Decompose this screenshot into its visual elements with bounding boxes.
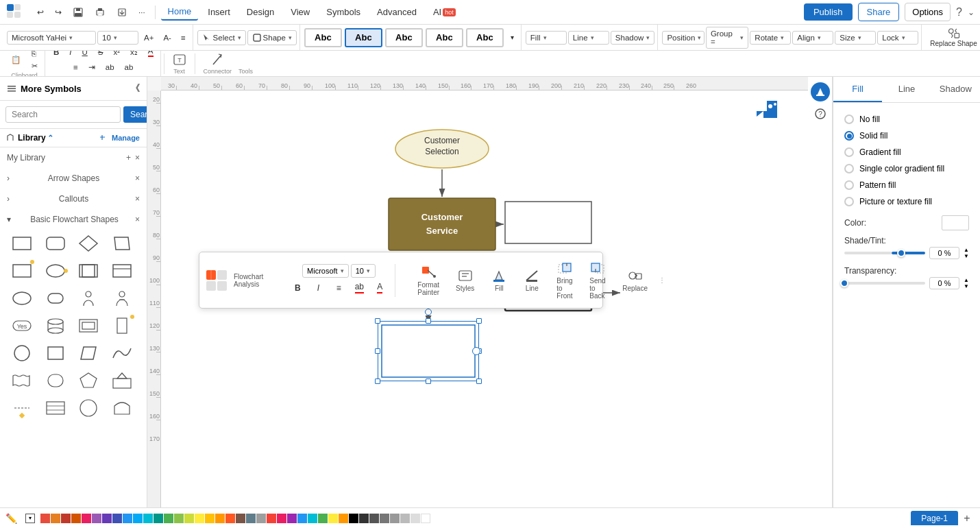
shade-up[interactable]: ▲: [964, 248, 969, 253]
color-swatch-light2[interactable]: [411, 514, 420, 523]
shape-circle2[interactable]: [8, 341, 36, 365]
shape-person[interactable]: [75, 286, 102, 311]
style-rounded[interactable]: Abc: [426, 28, 463, 47]
manage-btn[interactable]: [99, 134, 106, 143]
font-size-dropdown[interactable]: 10 ▾: [97, 31, 138, 45]
shape-triangle-rect[interactable]: [108, 368, 136, 393]
color-swatch-pink2[interactable]: [277, 514, 286, 523]
style-selected[interactable]: Abc: [345, 28, 382, 47]
no-fill-option[interactable]: No fill: [842, 111, 972, 128]
trans-down[interactable]: ▼: [964, 284, 969, 289]
subscript-btn[interactable]: x₂: [126, 51, 142, 59]
rotate-dropdown[interactable]: Rotate ▾: [750, 31, 791, 45]
basic-flowchart-header[interactable]: ▾ Basic Flowchart Shapes ×: [7, 212, 140, 227]
more-btn[interactable]: ···: [134, 6, 149, 19]
shape-rounded-rect[interactable]: [42, 231, 69, 256]
lock-dropdown[interactable]: Lock ▾: [877, 31, 918, 45]
shape-large-circle[interactable]: [75, 396, 102, 420]
shape-dot-connector[interactable]: [8, 396, 36, 420]
color-swatch-grey2[interactable]: [390, 514, 400, 523]
shape-cylinder[interactable]: [42, 313, 69, 338]
cut-btn[interactable]: ✂: [27, 60, 42, 71]
menu-insert[interactable]: Insert: [201, 4, 237, 20]
ft-color-btn[interactable]: A: [370, 279, 389, 297]
picture-fill-option[interactable]: Picture or texture fill: [842, 193, 972, 210]
text-color2-btn[interactable]: A: [144, 51, 158, 59]
shape-yes-btn[interactable]: Yes: [8, 313, 36, 338]
color-swatch-red2[interactable]: [267, 514, 276, 523]
tab-fill[interactable]: Fill: [833, 77, 882, 102]
ft-styles-btn[interactable]: Styles: [450, 265, 480, 295]
styles-more[interactable]: ▾: [506, 32, 518, 43]
shape-diamond[interactable]: [75, 231, 102, 256]
color-swatch-teal[interactable]: [154, 514, 163, 523]
strike-btn[interactable]: S: [94, 51, 108, 58]
ft-line-btn[interactable]: Line: [518, 265, 546, 295]
shape-dropdown[interactable]: Shape ▾: [247, 30, 297, 45]
color-swatch-indigo[interactable]: [112, 514, 122, 523]
font-color3-btn[interactable]: ab: [101, 61, 119, 73]
color-swatch-lime[interactable]: [184, 514, 194, 523]
clipboard-paste[interactable]: 📋: [7, 53, 25, 67]
shape-empty-rect[interactable]: [504, 200, 593, 245]
pattern-fill-radio[interactable]: [844, 180, 854, 190]
color-preview[interactable]: [942, 215, 969, 230]
font-size-up-btn[interactable]: A+: [140, 32, 158, 44]
redo-btn[interactable]: ↪: [51, 5, 66, 19]
color-swatch-white[interactable]: [421, 514, 430, 523]
group-dropdown[interactable]: Group = ▾: [706, 27, 748, 49]
underline-btn[interactable]: U: [78, 51, 92, 58]
remove-lib-btn[interactable]: ×: [135, 153, 140, 163]
gradient-fill-option[interactable]: Gradient fill: [842, 144, 972, 160]
color-swatch-darkred[interactable]: [61, 514, 71, 523]
color-swatch-light-blue[interactable]: [133, 514, 143, 523]
page-tab-1[interactable]: Page-1: [911, 511, 958, 525]
trans-thumb[interactable]: [840, 279, 848, 287]
rp-fill-nav-btn[interactable]: [811, 82, 830, 101]
ft-font-dropdown[interactable]: Microsoft ▾: [302, 264, 349, 278]
share-btn[interactable]: Share: [858, 3, 900, 21]
color-swatch-cyan2[interactable]: [308, 514, 317, 523]
align-dropdown[interactable]: Align ▾: [792, 31, 833, 45]
publish-btn[interactable]: Publish: [804, 3, 853, 21]
gradient-fill-radio[interactable]: [844, 147, 854, 157]
shape-rounded2[interactable]: [42, 286, 69, 311]
shape-rect[interactable]: [8, 231, 36, 256]
shape-customer-selection[interactable]: Customer Selection: [394, 128, 490, 169]
shape-double-rect[interactable]: [75, 259, 102, 283]
color-swatch-yellow2[interactable]: [328, 514, 338, 523]
superscript-btn[interactable]: x²: [110, 51, 125, 58]
shape-parallelogram[interactable]: [108, 231, 136, 256]
shadow-dropdown[interactable]: Shadow ▾: [611, 31, 655, 45]
color-swatch-cyan[interactable]: [143, 514, 153, 523]
remove-callouts-btn[interactable]: ×: [135, 194, 140, 204]
color-swatch-pink[interactable]: [82, 514, 91, 523]
font-size-down-btn[interactable]: A-: [159, 32, 175, 44]
shape-slanted-rect[interactable]: [75, 341, 102, 365]
color-swatch-purple2[interactable]: [287, 514, 297, 523]
trans-up[interactable]: ▲: [964, 278, 969, 283]
ft-fill-btn[interactable]: Fill: [485, 265, 513, 295]
color-swatch-orange[interactable]: [51, 514, 60, 523]
export-btn[interactable]: [112, 5, 132, 20]
menu-design[interactable]: Design: [240, 4, 281, 20]
ft-replace-btn[interactable]: Replace: [617, 265, 653, 295]
shape-pentagon[interactable]: [75, 368, 102, 393]
rp-help-nav-btn[interactable]: ?: [811, 104, 830, 123]
color-swatch-brown[interactable]: [236, 514, 245, 523]
sidebar-collapse-btn[interactable]: 《: [131, 82, 140, 95]
shape-wavy-rect[interactable]: [8, 368, 36, 393]
color-swatch-blue2[interactable]: [297, 514, 307, 523]
style-normal[interactable]: Abc: [304, 28, 342, 47]
shape-customer-service[interactable]: Customer Service: [387, 197, 497, 252]
color-swatch-yellow[interactable]: [195, 514, 204, 523]
size-dropdown[interactable]: Size ▾: [835, 31, 876, 45]
manage-label[interactable]: Manage: [112, 134, 140, 143]
canvas-area[interactable]: 30 40 50 60 70 80 90 100 110 120: [147, 77, 808, 507]
font-family-dropdown[interactable]: Microsoft YaHei ▾: [7, 31, 96, 45]
canvas[interactable]: Customer Selection Customer Service Re: [161, 91, 808, 507]
menu-ai[interactable]: AI hot: [426, 4, 463, 20]
shape-semicircle-rect[interactable]: [108, 396, 136, 420]
shape-rect3[interactable]: [108, 259, 136, 283]
style-shadow[interactable]: Abc: [466, 28, 504, 47]
